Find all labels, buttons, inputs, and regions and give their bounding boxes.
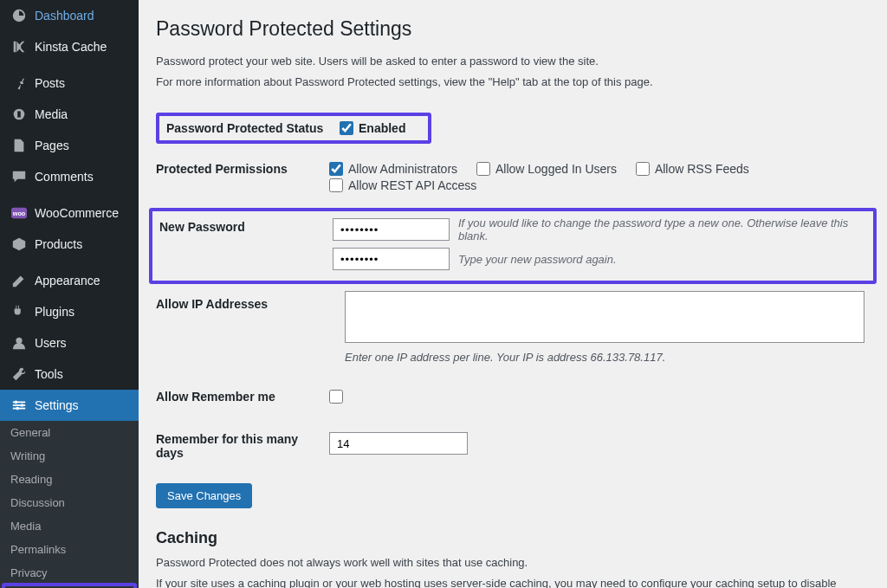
perm-logged[interactable]: Allow Logged In Users bbox=[476, 162, 617, 176]
enabled-checkbox[interactable] bbox=[340, 121, 353, 135]
newpw-hint1: If you would like to change the password… bbox=[458, 216, 866, 242]
sidebar-item-label: Posts bbox=[35, 76, 65, 90]
caching-p1: Password Protected does not always work … bbox=[156, 554, 870, 572]
subitem-writing[interactable]: Writing bbox=[0, 444, 139, 468]
sidebar-item-label: Kinsta Cache bbox=[35, 40, 107, 54]
status-label: Password Protected Status bbox=[166, 121, 340, 135]
sidebar-item-label: Users bbox=[35, 336, 67, 350]
sidebar-item-pages[interactable]: Pages bbox=[0, 130, 139, 161]
svg-point-4 bbox=[16, 338, 22, 344]
remember-days-label: Remember for this many days bbox=[156, 419, 329, 473]
subitem-reading[interactable]: Reading bbox=[0, 468, 139, 491]
settings-icon bbox=[10, 397, 28, 414]
pages-icon bbox=[10, 137, 28, 154]
intro-text-2: For more information about Password Prot… bbox=[156, 74, 870, 91]
sidebar-item-label: Products bbox=[35, 237, 82, 251]
subitem-general[interactable]: General bbox=[0, 421, 139, 444]
sidebar-item-appearance[interactable]: Appearance bbox=[0, 265, 139, 296]
caching-p2: If your site uses a caching plugin or yo… bbox=[156, 575, 870, 589]
newpw-label: New Password bbox=[159, 216, 333, 275]
permissions-label: Protected Permissions bbox=[156, 149, 329, 208]
sidebar-item-label: WooCommerce bbox=[35, 206, 119, 220]
remember-checkbox[interactable] bbox=[329, 390, 343, 404]
sidebar-item-tools[interactable]: Tools bbox=[0, 359, 139, 390]
settings-submenu: General Writing Reading Discussion Media… bbox=[0, 421, 139, 588]
sidebar-item-posts[interactable]: Posts bbox=[0, 68, 139, 99]
dashboard-icon bbox=[10, 7, 28, 24]
tools-icon bbox=[10, 365, 28, 383]
sidebar-item-media[interactable]: Media bbox=[0, 99, 139, 130]
products-icon bbox=[10, 236, 28, 253]
sidebar-item-label: Settings bbox=[35, 398, 79, 412]
subitem-discussion[interactable]: Discussion bbox=[0, 491, 139, 514]
newpw-hint2: Type your new password again. bbox=[458, 253, 617, 266]
subitem-permalinks[interactable]: Permalinks bbox=[0, 538, 139, 561]
users-icon bbox=[10, 334, 28, 352]
page-title: Password Protected Settings bbox=[156, 17, 870, 41]
ip-textarea[interactable] bbox=[345, 291, 864, 343]
sidebar-item-dashboard[interactable]: Dashboard bbox=[0, 0, 139, 31]
remember-label: Allow Remember me bbox=[156, 377, 329, 419]
sidebar-item-woo[interactable]: wooWooCommerce bbox=[0, 197, 139, 229]
pin-icon bbox=[10, 74, 28, 92]
sidebar-item-comments[interactable]: Comments bbox=[0, 161, 139, 192]
sidebar-item-label: Tools bbox=[35, 367, 63, 381]
sidebar-item-plugins[interactable]: Plugins bbox=[0, 296, 139, 327]
main-content: Password Protected Settings Password pro… bbox=[139, 0, 887, 588]
appearance-icon bbox=[10, 272, 28, 289]
perm-rss-checkbox[interactable] bbox=[636, 162, 650, 176]
svg-text:woo: woo bbox=[12, 210, 26, 217]
sidebar-item-label: Dashboard bbox=[35, 9, 94, 23]
plugins-icon bbox=[10, 303, 28, 320]
media-icon bbox=[10, 106, 28, 123]
enabled-checkbox-label[interactable]: Enabled bbox=[340, 121, 405, 135]
comments-icon bbox=[10, 168, 28, 185]
svg-point-8 bbox=[15, 401, 18, 404]
remember-days-input[interactable] bbox=[329, 432, 468, 455]
perm-admin-checkbox[interactable] bbox=[329, 162, 343, 176]
sidebar-item-label: Plugins bbox=[35, 305, 74, 319]
woocommerce-icon: woo bbox=[10, 204, 28, 222]
caching-heading: Caching bbox=[156, 529, 870, 547]
svg-point-9 bbox=[21, 404, 24, 407]
ip-label: Allow IP Addresses bbox=[156, 284, 329, 377]
sidebar-item-label: Pages bbox=[35, 139, 69, 152]
ip-hint: Enter one IP address per line. Your IP i… bbox=[329, 351, 870, 364]
subitem-media[interactable]: Media bbox=[0, 514, 139, 538]
sidebar-item-label: Media bbox=[35, 107, 68, 121]
intro-text-1: Password protect your web site. Users wi… bbox=[156, 53, 870, 70]
save-button[interactable]: Save Changes bbox=[156, 483, 252, 508]
subitem-privacy[interactable]: Privacy bbox=[0, 561, 139, 585]
sidebar-item-kinsta[interactable]: Kinsta Cache bbox=[0, 31, 139, 62]
admin-sidebar: Dashboard Kinsta Cache Posts Media Pages… bbox=[0, 0, 139, 588]
svg-rect-1 bbox=[17, 111, 21, 117]
new-password-input[interactable] bbox=[333, 218, 450, 241]
perm-rest[interactable]: Allow REST API Access bbox=[329, 178, 476, 192]
confirm-password-input[interactable] bbox=[333, 248, 450, 270]
kinsta-icon bbox=[10, 38, 28, 55]
perm-admin[interactable]: Allow Administrators bbox=[329, 162, 457, 176]
svg-point-10 bbox=[16, 407, 19, 410]
perm-logged-checkbox[interactable] bbox=[476, 162, 490, 176]
sidebar-item-users[interactable]: Users bbox=[0, 327, 139, 359]
perm-rest-checkbox[interactable] bbox=[329, 178, 343, 192]
sidebar-item-label: Appearance bbox=[35, 274, 100, 288]
sidebar-item-products[interactable]: Products bbox=[0, 229, 139, 260]
sidebar-item-label: Comments bbox=[35, 170, 94, 184]
sidebar-item-settings[interactable]: Settings bbox=[0, 390, 139, 421]
perm-rss[interactable]: Allow RSS Feeds bbox=[636, 162, 749, 176]
